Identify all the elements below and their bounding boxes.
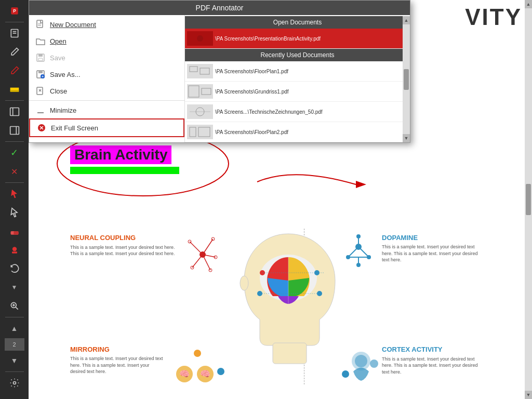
close-menu-item[interactable]: Close [29, 83, 184, 99]
svg-point-19 [13, 382, 16, 384]
svg-point-60 [355, 355, 367, 367]
svg-text:🧠: 🧠 [200, 369, 210, 379]
eraser-button[interactable] [5, 222, 24, 240]
cortex-activity-title: CORTEX ACTIVITY [382, 345, 486, 354]
check-button[interactable]: ✓ [5, 144, 24, 162]
dopamine-text: This is a sample text. Insert your desir… [382, 244, 486, 263]
svg-line-23 [190, 242, 203, 255]
floor1-thumb [187, 64, 213, 78]
red-pen-button[interactable] [5, 62, 24, 79]
recent-column: Open Documents \PA Screenshots\Presentat… [185, 1, 410, 142]
svg-point-13 [12, 247, 16, 251]
new-document-menu-item[interactable]: New Document [29, 16, 184, 33]
brain-activity-text: Brain Activity [70, 145, 171, 164]
svg-point-54 [217, 368, 224, 375]
cortex-icons [335, 345, 382, 387]
sidebar-right-button[interactable] [5, 122, 24, 139]
right-scrollbar[interactable]: ▲ ▼ [525, 0, 532, 399]
separator5 [5, 317, 24, 317]
svg-line-27 [203, 255, 210, 270]
active-doc-name: \PA Screenshots\PresentationBrainActivit… [215, 36, 321, 42]
page-number: 2 [5, 338, 24, 351]
svg-marker-21 [356, 181, 366, 188]
select-tool-button[interactable] [5, 204, 24, 221]
undo-button[interactable] [5, 260, 24, 277]
right-scroll-down[interactable]: ▼ [525, 391, 532, 399]
svg-point-50 [356, 234, 361, 238]
separator3 [5, 141, 24, 142]
svg-point-49 [367, 255, 371, 259]
svg-rect-68 [38, 58, 43, 61]
svg-rect-12 [14, 231, 18, 235]
stamp-button[interactable] [5, 241, 24, 259]
svg-rect-6 [10, 90, 19, 92]
close-label: Close [50, 87, 67, 95]
svg-rect-91 [187, 125, 213, 139]
open-docs-header: Open Documents [185, 16, 410, 29]
save-icon [35, 52, 46, 63]
svg-rect-7 [10, 108, 19, 116]
arrow-annotation [252, 161, 387, 203]
save-as-menu-item[interactable]: + Save As... [29, 66, 184, 83]
recent-item-floor1[interactable]: \PA Screenshots\FloorPlan1.pdf [185, 61, 410, 82]
mirroring-icons: 🧠 🧠 [169, 345, 236, 387]
new-page-button[interactable] [5, 24, 24, 42]
svg-line-16 [15, 307, 18, 310]
main-area: VITY Brain Activity [29, 0, 525, 399]
scroll-up-btn[interactable]: ▲ [403, 16, 410, 24]
dopamine-molecule [335, 231, 382, 273]
exit-full-screen-menu-item[interactable]: Exit Full Screen [29, 118, 184, 137]
menu-separator [29, 100, 184, 101]
separator [5, 22, 24, 22]
open-label: Open [50, 37, 66, 45]
prev-page-button[interactable]: ▲ [5, 320, 24, 337]
save-menu-item[interactable]: Save [29, 49, 184, 66]
svg-rect-9 [10, 127, 19, 135]
menu-column: New Document Open Save + Sa [29, 1, 185, 142]
neural-coupling-text: This is a sample text. Insert your desir… [70, 244, 184, 257]
recent-item-floor2[interactable]: \PA Screenshots\FloorPlan2.pdf [185, 122, 410, 142]
svg-text:P: P [13, 8, 16, 14]
scroll-down-small-button[interactable]: ▼ [5, 278, 24, 296]
floor1-name: \PA Screenshots\FloorPlan1.pdf [215, 69, 288, 74]
svg-line-24 [203, 239, 213, 255]
svg-point-81 [197, 35, 203, 42]
svg-rect-85 [187, 84, 213, 99]
grundriss-name: \PA Screenshots\Grundriss1.pdf [215, 89, 289, 95]
save-as-icon: + [35, 69, 46, 79]
zoom-button[interactable] [5, 297, 24, 315]
save-label: Save [50, 54, 65, 62]
open-menu-item[interactable]: Open [29, 33, 184, 49]
close-button[interactable]: ✕ [5, 163, 24, 180]
highlight-button[interactable] [5, 81, 24, 98]
active-doc-thumb [187, 31, 213, 46]
recent-item-technische[interactable]: \PA Screens...\TechnischeZeichnungen_50.… [185, 102, 410, 122]
settings-button[interactable] [5, 374, 24, 392]
svg-text:🧠: 🧠 [179, 369, 190, 379]
separator4 [5, 182, 24, 183]
svg-point-62 [342, 370, 349, 378]
logo-button[interactable]: P [5, 2, 24, 20]
next-page-button[interactable]: ▼ [5, 352, 24, 369]
sidebar-left-button[interactable] [5, 103, 24, 121]
mirroring-text: This is a sample text. Insert your desir… [70, 355, 164, 375]
separator2 [5, 100, 24, 101]
active-document-item[interactable]: \PA Screenshots\PresentationBrainActivit… [185, 29, 410, 49]
pen-tool-button[interactable] [5, 43, 24, 61]
minimize-menu-item[interactable]: Minimize [29, 102, 184, 118]
svg-text:+: + [42, 75, 44, 78]
floor2-thumb [187, 125, 213, 139]
page-title: VITY [465, 4, 522, 30]
pointer-tool-button[interactable] [5, 185, 24, 203]
right-scroll-thumb[interactable] [526, 184, 531, 215]
minimize-icon [35, 105, 46, 115]
green-underline [70, 167, 179, 174]
recent-scrollbar[interactable]: ▲ ▼ [403, 16, 410, 142]
open-icon [35, 36, 46, 46]
scroll-down-btn[interactable]: ▼ [403, 134, 410, 142]
recent-item-grundriss[interactable]: \PA Screenshots\Grundriss1.pdf [185, 82, 410, 102]
dopamine-section: DOPAMINE This is a sample text. Insert y… [382, 234, 486, 263]
svg-rect-33 [273, 343, 307, 364]
mirroring-title: MIRRORING [70, 345, 164, 353]
right-scroll-up[interactable]: ▲ [525, 0, 532, 8]
